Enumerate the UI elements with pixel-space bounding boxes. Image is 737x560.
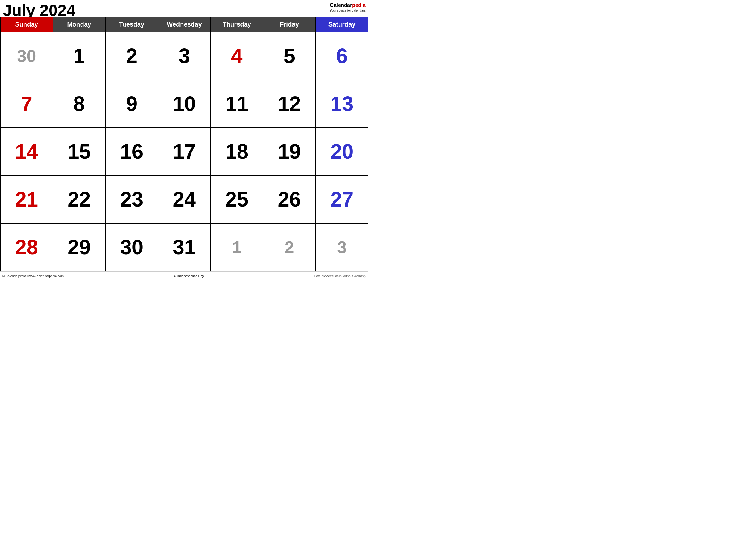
week-row-3: 14 15 16 17 18 19 20 xyxy=(1,128,368,176)
day-cell-jul17: 17 xyxy=(158,128,211,176)
week-row-1: 30 1 2 3 4 5 6 xyxy=(1,32,368,80)
weeks-grid: 30 1 2 3 4 5 6 xyxy=(1,32,368,271)
footer-copyright: © Calendarpedia® www.calendarpedia.com xyxy=(2,274,64,278)
week-row-2: 7 8 9 10 11 12 13 xyxy=(1,80,368,128)
calendar-footer: © Calendarpedia® www.calendarpedia.com 4… xyxy=(0,271,368,280)
day-cell-jul22: 22 xyxy=(53,176,106,224)
day-cell-jul31: 31 xyxy=(158,224,211,271)
day-cell-aug3: 3 xyxy=(316,224,368,271)
header-saturday: Saturday xyxy=(316,17,368,32)
day-cell-jul24: 24 xyxy=(158,176,211,224)
day-cell-jul16: 16 xyxy=(106,128,158,176)
header-tuesday: Tuesday xyxy=(106,17,158,32)
day-cell-jul29: 29 xyxy=(53,224,106,271)
day-cell-jul18: 18 xyxy=(211,128,264,176)
day-cell-jul13: 13 xyxy=(316,80,368,128)
brand-logo: Calendarpedia Your source for calendars xyxy=(330,2,366,12)
header-monday: Monday xyxy=(53,17,106,32)
day-cell-jul4: 4 xyxy=(211,32,264,80)
header-friday: Friday xyxy=(264,17,316,32)
day-cell-jul10: 10 xyxy=(158,80,211,128)
header-thursday: Thursday xyxy=(211,17,264,32)
calendar-header: July 2024 Calendarpedia Your source for … xyxy=(0,0,368,17)
day-cell-jul5: 5 xyxy=(264,32,316,80)
header-wednesday: Wednesday xyxy=(158,17,211,32)
day-cell-jul9: 9 xyxy=(106,80,158,128)
month-title: July 2024 xyxy=(3,2,75,18)
brand-pedia: pedia xyxy=(352,2,366,8)
day-cell-jul25: 25 xyxy=(211,176,264,224)
day-cell-jul21: 21 xyxy=(1,176,53,224)
day-cell-jul2: 2 xyxy=(106,32,158,80)
day-cell-jul19: 19 xyxy=(264,128,316,176)
brand-name: Calendarpedia xyxy=(330,3,366,8)
week-row-5: 28 29 30 31 1 2 3 xyxy=(1,224,368,271)
day-cell-jun30: 30 xyxy=(1,32,53,80)
day-cell-jul6: 6 xyxy=(316,32,368,80)
calendar-page: July 2024 Calendarpedia Your source for … xyxy=(0,0,368,280)
brand-calendar: Calendar xyxy=(330,2,352,8)
footer-disclaimer: Data provided 'as is' without warranty xyxy=(314,274,366,278)
day-cell-jul23: 23 xyxy=(106,176,158,224)
day-cell-aug2: 2 xyxy=(264,224,316,271)
day-cell-jul15: 15 xyxy=(53,128,106,176)
day-headers-row: Sunday Monday Tuesday Wednesday Thursday… xyxy=(1,17,368,32)
day-cell-jul12: 12 xyxy=(264,80,316,128)
day-cell-aug1: 1 xyxy=(211,224,264,271)
day-cell-jul28: 28 xyxy=(1,224,53,271)
footer-holiday-note: 4: Independence Day xyxy=(174,274,204,278)
header-sunday: Sunday xyxy=(1,17,53,32)
day-cell-jul20: 20 xyxy=(316,128,368,176)
day-cell-jul30: 30 xyxy=(106,224,158,271)
day-cell-jul3: 3 xyxy=(158,32,211,80)
day-cell-jul7: 7 xyxy=(1,80,53,128)
day-cell-jul11: 11 xyxy=(211,80,264,128)
day-cell-jul26: 26 xyxy=(264,176,316,224)
day-cell-jul1: 1 xyxy=(53,32,106,80)
day-cell-jul14: 14 xyxy=(1,128,53,176)
day-cell-jul27: 27 xyxy=(316,176,368,224)
calendar-grid: Sunday Monday Tuesday Wednesday Thursday… xyxy=(0,17,368,271)
brand-tagline: Your source for calendars xyxy=(330,9,366,12)
day-cell-jul8: 8 xyxy=(53,80,106,128)
week-row-4: 21 22 23 24 25 26 27 xyxy=(1,176,368,224)
